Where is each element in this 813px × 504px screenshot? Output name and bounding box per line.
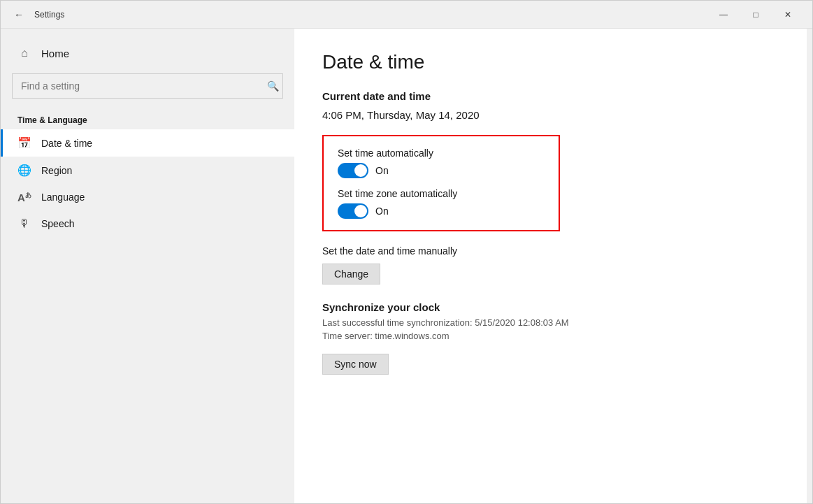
speech-icon: 🎙 <box>17 217 31 230</box>
sidebar-item-home[interactable]: ⌂ Home <box>1 40 294 66</box>
home-icon: ⌂ <box>17 47 31 59</box>
search-input[interactable] <box>12 73 283 99</box>
set-timezone-auto-toggle[interactable] <box>338 203 368 219</box>
set-time-auto-toggle[interactable] <box>338 163 368 178</box>
sync-info-2: Time server: time.windows.com <box>322 331 779 341</box>
language-icon: Aあ <box>17 191 31 203</box>
main-content: Date & time Current date and time 4:06 P… <box>294 29 807 503</box>
sidebar-item-date-time[interactable]: 📅 Date & time <box>1 129 294 157</box>
search-icon: 🔍 <box>267 80 279 92</box>
content-area: ⌂ Home 🔍 Time & Language 📅 Date & time 🌐… <box>1 29 812 503</box>
page-title: Date & time <box>322 51 779 73</box>
titlebar: ← Settings — □ ✕ <box>1 1 812 29</box>
sync-section: Synchronize your clock Last successful t… <box>322 301 779 375</box>
date-time-icon: 📅 <box>17 136 31 150</box>
back-button[interactable]: ← <box>9 5 29 24</box>
sidebar-item-label-language: Language <box>41 192 85 203</box>
scrollbar[interactable] <box>807 29 812 503</box>
sidebar-item-label-date-time: Date & time <box>41 138 92 149</box>
titlebar-title: Settings <box>34 10 64 20</box>
sidebar-item-speech[interactable]: 🎙 Speech <box>1 210 294 237</box>
sync-now-button[interactable]: Sync now <box>322 354 389 375</box>
set-time-auto-control: On <box>338 163 545 178</box>
set-timezone-auto-label: Set time zone automatically <box>338 188 545 199</box>
set-time-auto-value: On <box>375 165 389 176</box>
sidebar-item-region[interactable]: 🌐 Region <box>1 157 294 184</box>
sync-heading: Synchronize your clock <box>322 301 779 313</box>
manual-section: Set the date and time manually Change <box>322 245 779 285</box>
sync-info-1: Last successful time synchronization: 5/… <box>322 317 779 328</box>
manual-label: Set the date and time manually <box>322 245 779 257</box>
sidebar-section-title: Time & Language <box>1 110 294 129</box>
sidebar-item-label-speech: Speech <box>41 218 74 229</box>
sidebar: ⌂ Home 🔍 Time & Language 📅 Date & time 🌐… <box>1 29 294 503</box>
titlebar-controls: — □ ✕ <box>707 1 804 29</box>
search-button[interactable]: 🔍 <box>267 80 279 92</box>
auto-settings-box: Set time automatically On Set time zone … <box>322 135 560 231</box>
change-button[interactable]: Change <box>322 264 380 285</box>
settings-window: ← Settings — □ ✕ ⌂ Home 🔍 Time & <box>0 0 813 504</box>
sidebar-search-container: 🔍 <box>12 73 283 99</box>
set-timezone-auto-control: On <box>338 203 545 219</box>
current-section-heading: Current date and time <box>322 90 779 102</box>
minimize-button[interactable]: — <box>707 1 740 29</box>
sidebar-home-label: Home <box>41 48 69 59</box>
sidebar-item-label-region: Region <box>41 165 72 176</box>
current-datetime: 4:06 PM, Thursday, May 14, 2020 <box>322 109 779 121</box>
back-icon: ← <box>14 9 24 20</box>
maximize-button[interactable]: □ <box>740 1 772 29</box>
set-timezone-auto-value: On <box>375 206 389 217</box>
sidebar-item-language[interactable]: Aあ Language <box>1 184 294 210</box>
close-button[interactable]: ✕ <box>772 1 804 29</box>
set-time-auto-label: Set time automatically <box>338 147 545 159</box>
region-icon: 🌐 <box>17 164 31 177</box>
